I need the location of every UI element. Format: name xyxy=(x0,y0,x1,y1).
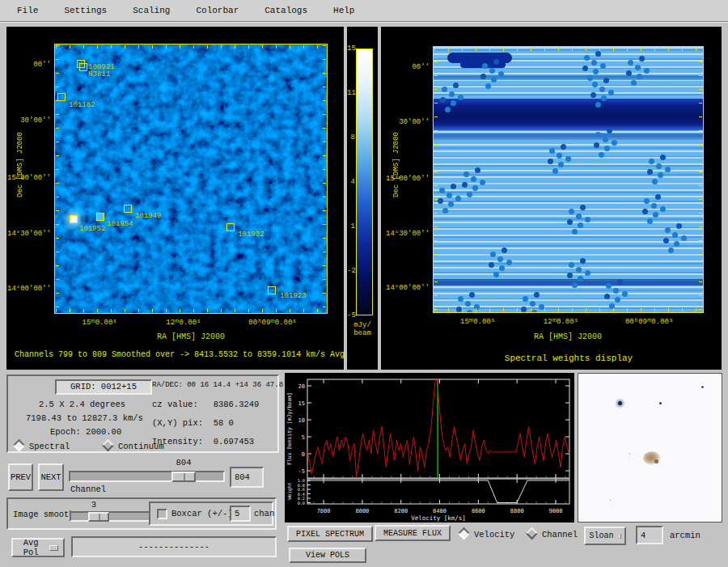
grid-field[interactable]: GRID: 0012+15 xyxy=(55,379,152,395)
x-tick-label: 00ʰ09ᵐ0.00ˢ xyxy=(625,318,673,326)
menu-scaling[interactable]: Scaling xyxy=(124,2,179,19)
weights-dot-cluster xyxy=(482,63,488,69)
x-tick-label: 12ᵐ0.00ˢ xyxy=(544,318,578,326)
menu-help[interactable]: Help xyxy=(324,2,363,19)
menu-colorbar[interactable]: Colorbar xyxy=(187,2,248,19)
svg-text:8000: 8000 xyxy=(355,508,369,514)
weights-stripe xyxy=(434,75,703,80)
source-marker-101182[interactable]: 101182 xyxy=(57,93,66,101)
image-size-field[interactable]: 4 xyxy=(636,526,663,544)
colorbar-tick-label: 11 xyxy=(347,89,355,97)
radio-spectral[interactable]: Spectral xyxy=(15,441,70,451)
smooth-slider-thumb[interactable] xyxy=(88,512,109,522)
cz-row: cz value: 8386.3249 xyxy=(152,400,259,409)
weights-dot-cluster xyxy=(490,252,496,257)
colorbar-gradient xyxy=(356,49,373,315)
source-marker-N3811[interactable]: N3811 xyxy=(79,63,87,71)
intensity-row: Intensity: 0.697453 xyxy=(152,437,254,446)
svg-text:7800: 7800 xyxy=(317,508,331,514)
weights-dot-cluster xyxy=(649,159,654,164)
radio-velocity[interactable]: Velocity xyxy=(459,529,514,539)
map-xaxis-title: RA [HMS] J2000 xyxy=(157,332,225,341)
menu-catalogs[interactable]: Catalogs xyxy=(256,2,316,19)
weights-dot-cluster xyxy=(595,132,601,138)
image-smooth-group: Image smooth 3 Boxcar (+/-) 5 chan xyxy=(6,497,277,530)
weights-yaxis-title: Dec [DMS] J2000 xyxy=(392,132,400,197)
weights-ticks-bottom xyxy=(434,308,702,311)
boxcar-field[interactable]: 5 xyxy=(230,506,251,522)
colorbar-panel: 1511841-2-5 mJy/beam xyxy=(347,27,378,370)
svg-text:Flux Density [mJy/beam]: Flux Density [mJy/beam] xyxy=(286,392,293,465)
y-tick-label: 14°00'00'' xyxy=(7,285,51,293)
source-marker-101932[interactable]: 101932 xyxy=(226,223,235,231)
y-tick-label: 30'00'' xyxy=(7,116,51,125)
svg-text:8600: 8600 xyxy=(472,508,485,514)
sky-map-plot[interactable]: 100921N381110118210194910195210195410193… xyxy=(54,44,328,314)
menu-file[interactable]: File xyxy=(8,2,47,19)
weights-dot-cluster xyxy=(463,171,469,177)
svg-text:0.0: 0.0 xyxy=(298,501,305,506)
radio-spectral-diamond[interactable] xyxy=(13,439,26,452)
prev-button[interactable]: PREV xyxy=(8,463,33,491)
colorbar-tick-label: 4 xyxy=(347,178,355,186)
radio-continuum-diamond[interactable] xyxy=(102,439,115,452)
colorbar-tick-label: -2 xyxy=(347,267,355,275)
source-marker-101954[interactable]: 101954 xyxy=(96,213,104,221)
pix-row: (X,Y) pix: 58 0 xyxy=(152,418,234,428)
svg-text:20: 20 xyxy=(298,383,305,390)
grid-size-label: 2.5 X 2.4 degrees xyxy=(39,400,125,409)
svg-text:Velocity [km/s]: Velocity [km/s] xyxy=(411,514,466,522)
optical-image-panel[interactable] xyxy=(578,373,722,523)
smooth-slider-value: 3 xyxy=(91,500,96,510)
radio-channel[interactable]: Channel xyxy=(527,529,578,539)
star-field xyxy=(618,401,622,405)
svg-text:8200: 8200 xyxy=(394,508,408,514)
survey-dropdown[interactable]: Sloan xyxy=(584,527,626,545)
pol-status-field[interactable]: -------------- xyxy=(71,536,277,557)
weights-dot-cluster xyxy=(549,148,555,154)
channel-slider[interactable] xyxy=(69,471,225,482)
smooth-slider[interactable] xyxy=(70,511,150,522)
colorbar-unit: mJy/beam xyxy=(347,321,378,337)
svg-text:8400: 8400 xyxy=(433,508,447,514)
source-label: 101923 xyxy=(280,292,306,300)
spectrum-panel[interactable]: 20151050-51.00.80.60.40.20.0780080008200… xyxy=(285,373,574,523)
weights-dot-cluster xyxy=(523,296,528,302)
avg-pol-dropdown[interactable]: Avg Pol xyxy=(11,538,65,557)
weights-xaxis-title: RA [HMS] J2000 xyxy=(534,332,602,341)
view-pols-button[interactable]: View POLS xyxy=(289,548,366,563)
y-tick-label: 15°00'00'' xyxy=(7,174,51,182)
weights-ticks-top xyxy=(434,48,702,51)
radio-velocity-diamond[interactable] xyxy=(458,527,471,540)
next-button[interactable]: NEXT xyxy=(38,463,64,491)
image-smooth-label: Image smooth xyxy=(13,510,74,519)
y-tick-label: 14°00'00'' xyxy=(386,284,430,292)
menu-settings[interactable]: Settings xyxy=(55,2,116,19)
galaxy-image xyxy=(643,451,661,465)
y-tick-label: 00'' xyxy=(7,61,51,69)
source-marker-101949[interactable]: 101949 xyxy=(124,205,132,213)
pixel-spectrum-button[interactable]: PIXEL SPECTRUM xyxy=(287,526,373,542)
channel-slider-thumb[interactable] xyxy=(171,472,196,482)
control-panel: GRID: 0012+15 2.5 X 2.4 degrees 7198.43 … xyxy=(6,374,279,453)
weights-dot-cluster xyxy=(592,82,598,87)
boxcar-checkbox[interactable] xyxy=(157,509,167,519)
source-label: 101952 xyxy=(79,225,105,233)
x-tick-label: 00ʰ09ᵐ0.00ˢ xyxy=(248,319,296,327)
measure-flux-button[interactable]: MEASURE FLUX xyxy=(375,525,451,541)
weights-panel: 00''30'00''15°00'00''14°30'00''14°00'00'… xyxy=(381,27,722,370)
arcmin-label: arcmin xyxy=(670,531,700,540)
source-label: N3811 xyxy=(88,70,110,78)
source-marker-101923[interactable]: 101923 xyxy=(268,286,276,294)
radio-channel-diamond[interactable] xyxy=(526,527,539,540)
spectrum-plot: 20151050-51.00.80.60.40.20.0780080008200… xyxy=(285,373,574,523)
boxcar-chan-label: chan xyxy=(254,509,274,518)
channel-field[interactable]: 804 xyxy=(230,467,264,488)
source-marker-101952[interactable]: 101952 xyxy=(70,215,78,223)
channel-slider-value: 804 xyxy=(176,458,192,468)
svg-text:9000: 9000 xyxy=(549,508,563,514)
weights-plot[interactable] xyxy=(433,46,704,313)
colorbar-tick-label: 8 xyxy=(347,133,355,142)
sky-map-noise-image xyxy=(55,44,328,314)
weights-dot-cluster xyxy=(584,55,590,61)
